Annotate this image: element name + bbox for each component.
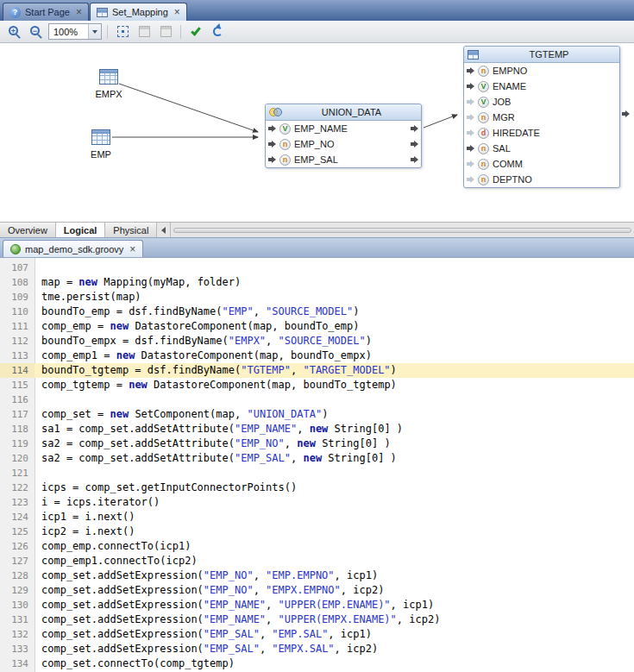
datastore-emp[interactable]: EMP: [80, 129, 122, 160]
input-connector-icon[interactable]: [467, 145, 474, 152]
code-line-131[interactable]: 131comp_set.addSetExpression("EMP_NAME",…: [0, 612, 634, 627]
code-line-111[interactable]: 111comp_emp = new DatastoreComponent(map…: [0, 319, 634, 334]
code-text: icp1 = i.next(): [35, 510, 634, 524]
mapping-canvas[interactable]: EMPX EMP UNION_DATA VEMP_NAMEnEMP_NOnEMP…: [0, 43, 634, 222]
code-line-112[interactable]: 112boundTo_empx = dsf.findByName("EMPX",…: [0, 334, 634, 349]
tab-start-page[interactable]: ? Start Page ×: [3, 3, 89, 21]
attribute-name: EMP_SAL: [294, 154, 338, 165]
tab-set-mapping[interactable]: Set_Mapping ×: [90, 3, 187, 21]
union-data-component[interactable]: UNION_DATA VEMP_NAMEnEMP_NOnEMP_SAL: [265, 104, 422, 168]
attribute-row-job[interactable]: VJOB: [464, 94, 619, 110]
attribute-row-hiredate[interactable]: dHIREDATE: [464, 125, 619, 141]
input-connector-icon[interactable]: [467, 114, 474, 121]
attribute-row-emp_name[interactable]: VEMP_NAME: [266, 121, 421, 136]
code-line-119[interactable]: 119sa2 = comp_set.addSetAttribute("EMP_N…: [0, 436, 634, 451]
input-connector-icon[interactable]: [268, 156, 276, 163]
fit-to-window-button[interactable]: [113, 23, 132, 41]
attribute-row-sal[interactable]: nSAL: [464, 141, 619, 156]
tab-groovy-file[interactable]: map_demo_sdk.groovy ×: [3, 240, 143, 257]
validate-button[interactable]: [186, 23, 205, 41]
tab-overview[interactable]: Overview: [0, 223, 56, 237]
code-line-125[interactable]: 125icp2 = i.next(): [0, 524, 634, 539]
code-line-132[interactable]: 132comp_set.addSetExpression("EMP_SAL", …: [0, 627, 634, 642]
code-line-114[interactable]: 114boundTo_tgtemp = dsf.findByName("TGTE…: [0, 363, 634, 378]
code-line-123[interactable]: 123i = icps.iterator(): [0, 495, 634, 510]
attribute-row-deptno[interactable]: nDEPTNO: [464, 172, 619, 187]
code-text: tme.persist(map): [35, 290, 634, 305]
code-line-128[interactable]: 128comp_set.addSetExpression("EMP_NO", "…: [0, 568, 634, 583]
input-connector-icon[interactable]: [467, 129, 474, 136]
datatype-icon: n: [478, 66, 489, 77]
line-number: 111: [0, 319, 35, 334]
tgtemp-datastore[interactable]: TGTEMP nEMPNOVENAMEVJOBnMGRdHIREDATEnSAL…: [463, 46, 620, 188]
tab-label: map_demo_sdk.groovy: [25, 244, 123, 254]
target-connector-icon[interactable]: [622, 110, 630, 117]
attribute-row-comm[interactable]: nCOMM: [464, 156, 619, 172]
attribute-row-emp_sal[interactable]: nEMP_SAL: [266, 152, 421, 167]
tab-physical[interactable]: Physical: [105, 223, 157, 237]
code-text: comp_emp1.connectTo(icp2): [35, 554, 634, 568]
code-line-117[interactable]: 117comp_set = new SetComponent(map, "UNI…: [0, 407, 634, 422]
set-component-icon: [269, 107, 282, 117]
datastore-label: EMPX: [88, 89, 129, 99]
line-number: 110: [0, 305, 35, 319]
input-connector-icon[interactable]: [467, 67, 474, 74]
code-line-126[interactable]: 126comp_emp.connectTo(icp1): [0, 539, 634, 554]
attribute-row-ename[interactable]: VENAME: [464, 79, 619, 94]
code-line-108[interactable]: 108map = new Mapping(myMap, folder): [0, 275, 634, 290]
attribute-row-empno[interactable]: nEMPNO: [464, 63, 619, 79]
output-connector-icon[interactable]: [411, 156, 418, 163]
input-connector-icon[interactable]: [268, 125, 276, 132]
input-connector-icon[interactable]: [268, 141, 276, 148]
zoom-level-select[interactable]: 100%: [48, 23, 102, 40]
line-number: 107: [0, 261, 35, 275]
tab-logical[interactable]: Logical: [56, 223, 106, 237]
view-tab-label: Physical: [113, 225, 148, 236]
code-line-134[interactable]: 134comp_set.connectTo(comp_tgtemp): [0, 656, 634, 671]
expand-all-button[interactable]: [135, 23, 154, 41]
code-line-124[interactable]: 124icp1 = i.next(): [0, 510, 634, 524]
close-icon[interactable]: ×: [76, 7, 82, 17]
fit-icon: [117, 26, 129, 37]
output-connector-icon[interactable]: [411, 125, 418, 132]
component-title-bar[interactable]: UNION_DATA: [266, 104, 421, 121]
line-number: 127: [0, 554, 35, 568]
code-line-122[interactable]: 122icps = comp_set.getInputConnectorPoin…: [0, 480, 634, 495]
zoom-in-button[interactable]: +: [5, 23, 24, 41]
collapse-all-button[interactable]: [156, 23, 175, 41]
code-line-107[interactable]: 107: [0, 261, 634, 275]
datastore-empx[interactable]: EMPX: [88, 69, 129, 99]
code-line-133[interactable]: 133comp_set.addSetExpression("EMP_SAL", …: [0, 642, 634, 656]
input-connector-icon[interactable]: [467, 83, 474, 90]
code-line-129[interactable]: 129comp_set.addSetExpression("EMP_NO", "…: [0, 583, 634, 598]
scroll-left-button[interactable]: [157, 223, 171, 237]
code-line-109[interactable]: 109tme.persist(map): [0, 290, 634, 305]
code-line-110[interactable]: 110boundTo_emp = dsf.findByName("EMP", "…: [0, 305, 634, 319]
zoom-out-button[interactable]: −: [27, 23, 46, 41]
output-connector-icon[interactable]: [411, 141, 418, 148]
refresh-button[interactable]: [208, 23, 227, 41]
chevron-down-icon[interactable]: [88, 24, 101, 39]
component-title-bar[interactable]: TGTEMP: [464, 47, 619, 63]
close-icon[interactable]: ×: [129, 244, 135, 254]
input-connector-icon[interactable]: [467, 98, 474, 105]
code-line-130[interactable]: 130comp_set.addSetExpression("EMP_NAME",…: [0, 598, 634, 612]
line-number: 118: [0, 422, 35, 436]
attribute-row-mgr[interactable]: nMGR: [464, 110, 619, 125]
horizontal-scrollbar[interactable]: [173, 228, 631, 233]
code-editor[interactable]: 107108map = new Mapping(myMap, folder)10…: [0, 258, 634, 672]
code-line-118[interactable]: 118sa1 = comp_set.addSetAttribute("EMP_N…: [0, 422, 634, 436]
code-text: comp_set.connectTo(comp_tgtemp): [35, 656, 634, 671]
code-text: sa1 = comp_set.addSetAttribute("EMP_NAME…: [35, 422, 634, 436]
attribute-row-emp_no[interactable]: nEMP_NO: [266, 136, 421, 152]
code-line-121[interactable]: 121: [0, 466, 634, 480]
code-line-116[interactable]: 116: [0, 393, 634, 407]
code-line-127[interactable]: 127comp_emp1.connectTo(icp2): [0, 554, 634, 568]
code-line-120[interactable]: 120sa2 = comp_set.addSetAttribute("EMP_S…: [0, 451, 634, 466]
input-connector-icon[interactable]: [467, 160, 474, 167]
code-line-115[interactable]: 115comp_tgtemp = new DatastoreComponent(…: [0, 378, 634, 393]
component-title: UNION_DATA: [286, 107, 417, 117]
close-icon[interactable]: ×: [174, 7, 180, 17]
code-line-113[interactable]: 113comp_emp1 = new DatastoreComponent(ma…: [0, 349, 634, 363]
input-connector-icon[interactable]: [467, 176, 474, 183]
